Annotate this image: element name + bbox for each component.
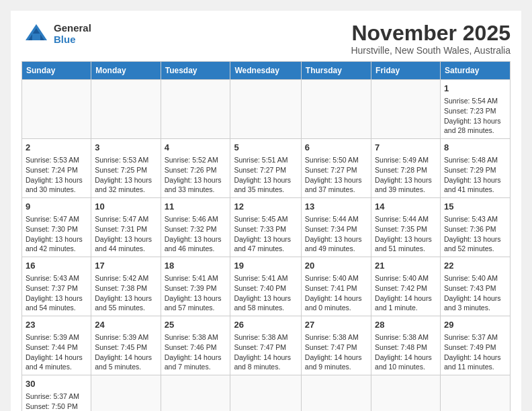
calendar-table: SundayMondayTuesdayWednesdayThursdayFrid… [21,61,511,411]
weekday-header-friday: Friday [371,62,441,80]
day-number: 28 [375,319,437,331]
week-row-6: 30Sunrise: 5:37 AM Sunset: 7:50 PM Dayli… [22,375,511,411]
calendar-cell: 3Sunrise: 5:53 AM Sunset: 7:25 PM Daylig… [91,139,161,198]
week-row-2: 2Sunrise: 5:53 AM Sunset: 7:24 PM Daylig… [22,139,511,198]
day-info: Sunrise: 5:46 AM Sunset: 7:32 PM Dayligh… [165,215,222,253]
calendar-cell: 21Sunrise: 5:40 AM Sunset: 7:42 PM Dayli… [371,257,441,316]
day-info: Sunrise: 5:41 AM Sunset: 7:40 PM Dayligh… [234,274,291,312]
calendar-cell: 7Sunrise: 5:49 AM Sunset: 7:28 PM Daylig… [371,139,441,198]
weekday-header-row: SundayMondayTuesdayWednesdayThursdayFrid… [22,62,511,80]
calendar-cell: 10Sunrise: 5:47 AM Sunset: 7:31 PM Dayli… [91,198,161,257]
calendar-cell: 17Sunrise: 5:42 AM Sunset: 7:38 PM Dayli… [91,257,161,316]
week-row-3: 9Sunrise: 5:47 AM Sunset: 7:30 PM Daylig… [22,198,511,257]
calendar-cell: 29Sunrise: 5:37 AM Sunset: 7:49 PM Dayli… [440,316,510,375]
logo-general: General [54,22,91,34]
day-number: 22 [444,260,506,272]
calendar-cell: 28Sunrise: 5:38 AM Sunset: 7:48 PM Dayli… [371,316,441,375]
day-info: Sunrise: 5:53 AM Sunset: 7:25 PM Dayligh… [95,156,152,193]
weekday-header-wednesday: Wednesday [230,62,301,80]
day-info: Sunrise: 5:39 AM Sunset: 7:44 PM Dayligh… [26,333,83,371]
logo-icon [21,21,51,46]
day-info: Sunrise: 5:39 AM Sunset: 7:45 PM Dayligh… [95,333,152,371]
day-number: 27 [305,319,367,331]
day-info: Sunrise: 5:40 AM Sunset: 7:42 PM Dayligh… [375,274,432,312]
day-info: Sunrise: 5:43 AM Sunset: 7:36 PM Dayligh… [444,215,501,253]
day-number: 9 [26,201,87,213]
day-info: Sunrise: 5:43 AM Sunset: 7:37 PM Dayligh… [26,274,83,312]
header: General Blue November 2025 Hurstville, N… [21,21,511,56]
calendar-cell: 27Sunrise: 5:38 AM Sunset: 7:47 PM Dayli… [301,316,371,375]
calendar-page: General Blue November 2025 Hurstville, N… [11,11,521,411]
day-number: 19 [234,260,297,272]
day-number: 1 [444,83,506,95]
calendar-cell: 15Sunrise: 5:43 AM Sunset: 7:36 PM Dayli… [440,198,510,257]
day-number: 20 [305,260,367,272]
calendar-cell: 22Sunrise: 5:40 AM Sunset: 7:43 PM Dayli… [440,257,510,316]
calendar-cell: 14Sunrise: 5:44 AM Sunset: 7:35 PM Dayli… [371,198,441,257]
calendar-cell [230,375,301,411]
day-info: Sunrise: 5:54 AM Sunset: 7:23 PM Dayligh… [444,97,501,134]
calendar-cell: 20Sunrise: 5:40 AM Sunset: 7:41 PM Dayli… [301,257,371,316]
calendar-cell: 13Sunrise: 5:44 AM Sunset: 7:34 PM Dayli… [301,198,371,257]
calendar-cell: 6Sunrise: 5:50 AM Sunset: 7:27 PM Daylig… [301,139,371,198]
day-number: 11 [165,201,227,213]
calendar-cell [371,375,441,411]
week-row-4: 16Sunrise: 5:43 AM Sunset: 7:37 PM Dayli… [22,257,511,316]
day-number: 13 [305,201,367,213]
calendar-cell: 5Sunrise: 5:51 AM Sunset: 7:27 PM Daylig… [230,139,301,198]
weekday-header-tuesday: Tuesday [161,62,230,80]
weekday-header-saturday: Saturday [440,62,510,80]
day-number: 3 [95,142,157,154]
calendar-cell: 2Sunrise: 5:53 AM Sunset: 7:24 PM Daylig… [22,139,91,198]
calendar-cell [91,375,161,411]
day-info: Sunrise: 5:48 AM Sunset: 7:29 PM Dayligh… [444,156,501,193]
day-info: Sunrise: 5:38 AM Sunset: 7:46 PM Dayligh… [165,333,222,371]
day-number: 4 [165,142,227,154]
calendar-cell [91,80,161,139]
day-number: 2 [26,142,87,154]
day-number: 23 [26,319,87,331]
day-number: 8 [444,142,506,154]
logo: General Blue [21,21,91,46]
weekday-header-monday: Monday [91,62,161,80]
day-number: 5 [234,142,297,154]
day-info: Sunrise: 5:38 AM Sunset: 7:47 PM Dayligh… [234,333,291,371]
calendar-cell: 4Sunrise: 5:52 AM Sunset: 7:26 PM Daylig… [161,139,230,198]
weekday-header-sunday: Sunday [22,62,91,80]
calendar-cell [161,80,230,139]
calendar-cell [371,80,441,139]
day-info: Sunrise: 5:53 AM Sunset: 7:24 PM Dayligh… [26,156,83,193]
calendar-cell: 23Sunrise: 5:39 AM Sunset: 7:44 PM Dayli… [22,316,91,375]
day-number: 24 [95,319,157,331]
title-section: November 2025 Hurstville, New South Wale… [351,21,511,56]
day-info: Sunrise: 5:41 AM Sunset: 7:39 PM Dayligh… [165,274,222,312]
day-number: 30 [26,378,87,390]
day-info: Sunrise: 5:52 AM Sunset: 7:26 PM Dayligh… [165,156,222,193]
month-title: November 2025 [351,21,511,45]
day-number: 26 [234,319,297,331]
calendar-cell: 11Sunrise: 5:46 AM Sunset: 7:32 PM Dayli… [161,198,230,257]
calendar-cell [301,375,371,411]
calendar-cell: 1Sunrise: 5:54 AM Sunset: 7:23 PM Daylig… [440,80,510,139]
calendar-cell [22,80,91,139]
day-info: Sunrise: 5:40 AM Sunset: 7:43 PM Dayligh… [444,274,501,312]
day-info: Sunrise: 5:47 AM Sunset: 7:31 PM Dayligh… [95,215,152,253]
day-number: 7 [375,142,437,154]
day-number: 25 [165,319,227,331]
day-info: Sunrise: 5:44 AM Sunset: 7:35 PM Dayligh… [375,215,432,253]
calendar-cell [230,80,301,139]
calendar-cell: 19Sunrise: 5:41 AM Sunset: 7:40 PM Dayli… [230,257,301,316]
day-info: Sunrise: 5:37 AM Sunset: 7:49 PM Dayligh… [444,333,501,371]
day-number: 18 [165,260,227,272]
day-info: Sunrise: 5:47 AM Sunset: 7:30 PM Dayligh… [26,215,83,253]
day-number: 17 [95,260,157,272]
calendar-cell: 9Sunrise: 5:47 AM Sunset: 7:30 PM Daylig… [22,198,91,257]
day-number: 14 [375,201,437,213]
svg-rect-3 [32,34,40,40]
calendar-cell [161,375,230,411]
day-number: 21 [375,260,437,272]
day-info: Sunrise: 5:51 AM Sunset: 7:27 PM Dayligh… [234,156,291,193]
day-number: 6 [305,142,367,154]
day-number: 15 [444,201,506,213]
day-info: Sunrise: 5:38 AM Sunset: 7:48 PM Dayligh… [375,333,432,371]
